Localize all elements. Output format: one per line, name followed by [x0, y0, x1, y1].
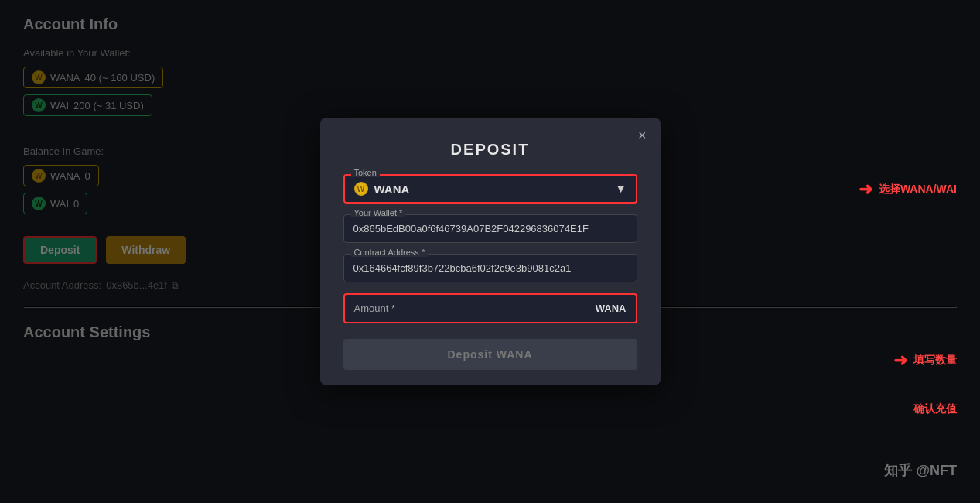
modal-title: DEPOSIT	[343, 141, 637, 159]
contract-form-group: Contract Address *	[343, 254, 637, 282]
modal-overlay: ➜ 选择WANA/WAI ➜ 填写数量 确认充值 × DEPOSIT Token…	[0, 0, 980, 503]
modal-close-button[interactable]: ×	[638, 128, 647, 142]
contract-input[interactable]	[343, 254, 637, 282]
token-coin-icon: W	[354, 182, 368, 196]
deposit-submit-button[interactable]: Deposit WANA	[343, 339, 637, 370]
annotation-select-token: ➜ 选择WANA/WAI	[859, 180, 957, 200]
amount-input[interactable]	[401, 303, 596, 314]
amount-wrapper: Amount * WANA	[343, 293, 637, 323]
contract-input-label: Contract Address *	[351, 248, 429, 257]
token-select[interactable]: W WANA ▼	[343, 174, 637, 204]
wallet-form-group: Your Wallet *	[343, 214, 637, 243]
amount-form-group: Amount * WANA	[343, 293, 637, 323]
token-selected-name: WANA	[374, 183, 616, 196]
annotation-confirm: 确认充值	[913, 402, 957, 416]
wallet-input-label: Your Wallet *	[351, 208, 406, 217]
amount-label-text: Amount *	[354, 303, 395, 314]
amount-unit-label: WANA	[596, 303, 627, 314]
token-form-group: Token W WANA ▼	[343, 174, 637, 204]
annotation-select-label: 选择WANA/WAI	[879, 183, 957, 197]
dropdown-arrow-icon: ▼	[616, 183, 627, 195]
annotation-amount-label: 填写数量	[913, 354, 957, 368]
annotation-confirm-label: 确认充值	[913, 402, 957, 416]
wallet-input[interactable]	[343, 214, 637, 243]
arrow-select-icon: ➜	[859, 180, 872, 200]
annotation-fill-amount: ➜ 填写数量	[893, 351, 957, 371]
token-label: Token	[351, 168, 380, 177]
deposit-modal: × DEPOSIT Token W WANA ▼ Your Wallet * C…	[320, 118, 661, 385]
arrow-amount-icon: ➜	[893, 351, 907, 371]
